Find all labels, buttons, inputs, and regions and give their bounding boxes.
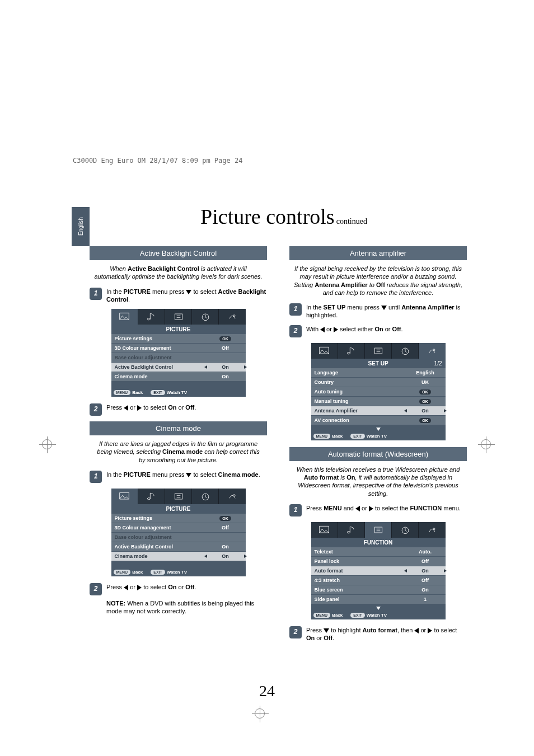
page-title-row: Picture controls continued — [101, 204, 467, 229]
crop-mark-left — [39, 436, 56, 453]
osd-row-3d-colour: 3D Colour management Off — [111, 523, 246, 533]
osd-page-indicator: 1/2 — [434, 360, 442, 367]
svg-point-4 — [148, 498, 151, 500]
osd-row-active-backlight: Active Backlight Control On — [111, 363, 246, 372]
osd-tab-function-icon — [165, 309, 192, 325]
svg-point-12 — [348, 531, 350, 533]
osd-title: SET UP 1/2 — [311, 359, 446, 368]
osd-tab-picture-icon — [311, 343, 338, 359]
backlight-intro: When Active Backlight Control is activat… — [93, 265, 264, 281]
osd-tab-function-icon — [165, 489, 192, 504]
arrow-down-icon — [376, 607, 381, 610]
osd-row-3d-colour: 3D Colour management Off — [111, 344, 246, 353]
page-number: 24 — [0, 682, 534, 700]
arrow-left-icon — [355, 506, 360, 511]
osd-row-panel-lock: Panel lock Off — [311, 557, 446, 566]
language-tab: English — [72, 207, 90, 246]
backlight-step-1: 1 In the PICTURE menu press to select Ac… — [90, 288, 267, 304]
ok-icon: OK — [219, 516, 231, 521]
section-backlight-heading: Active Backlight Control — [90, 246, 267, 260]
svg-point-11 — [433, 349, 435, 350]
arrow-right-icon — [137, 585, 142, 590]
cinema-intro: If there are lines or jagged edges in th… — [93, 440, 264, 464]
page-title: Picture controls — [200, 205, 335, 228]
arrow-down-icon — [186, 473, 191, 477]
step-badge: 2 — [90, 403, 102, 416]
osd-row-cinema: Cinema mode On — [111, 372, 246, 382]
osd-footer: MENUBack EXITWatch TV — [111, 568, 246, 576]
step-badge: 1 — [289, 504, 302, 516]
osd-tab-function-icon — [365, 343, 392, 359]
osd-tab-picture-icon — [311, 522, 338, 538]
osd-row-base-colour: Base colour adjustment — [111, 353, 246, 363]
page-meta: C3000D Eng Euro OM 28/1/07 8:09 pm Page … — [73, 157, 242, 165]
arrow-right-icon — [137, 405, 142, 411]
osd-tab-sound-icon — [338, 343, 365, 359]
osd-tab-setup-icon — [419, 522, 445, 538]
osd-tab-setup-icon — [219, 489, 245, 504]
ok-icon: OK — [419, 418, 431, 423]
osd-tab-sound-icon — [138, 309, 165, 325]
osd-setup-menu: SET UP 1/2 Language English Country UK A… — [311, 343, 446, 440]
osd-row-country: Country UK — [311, 378, 446, 387]
osd-row-cinema: Cinema mode On — [111, 552, 246, 561]
osd-tab-function-icon — [365, 522, 392, 538]
section-antenna-heading: Antenna amplifier — [289, 246, 467, 260]
svg-rect-13 — [374, 527, 382, 533]
osd-tab-picture-icon — [111, 489, 138, 504]
osd-row-av-connection: AV connection OK — [311, 416, 446, 425]
svg-point-8 — [348, 352, 350, 354]
arrow-left-icon — [124, 585, 128, 590]
osd-row-base-colour: Base colour adjustment — [111, 533, 246, 542]
arrow-right-icon — [334, 327, 338, 332]
osd-footer: MENUBack EXITWatch TV — [311, 432, 446, 440]
arrow-right-icon — [369, 506, 373, 511]
osd-function-menu: FUNCTION Teletext Auto. Panel lock Off A… — [311, 522, 446, 619]
svg-point-3 — [233, 315, 235, 317]
step-badge: 2 — [289, 626, 302, 638]
step-badge: 1 — [289, 303, 302, 316]
osd-row-teletext: Teletext Auto. — [311, 547, 446, 557]
osd-row-picture-settings: Picture settings OK — [111, 334, 246, 344]
osd-tab-picture-icon — [111, 309, 138, 325]
osd-footer: MENUBack EXITWatch TV — [311, 611, 446, 619]
crop-mark-right — [478, 436, 495, 453]
osd-tab-timer-icon — [192, 489, 219, 504]
osd-tab-timer-icon — [392, 343, 419, 359]
crop-mark-bottom — [252, 706, 269, 722]
osd-row-auto-format: Auto format On — [311, 566, 446, 576]
svg-rect-1 — [175, 314, 182, 320]
arrow-down-icon — [186, 290, 191, 294]
antenna-step-2: 2 With or select either On or Off. — [289, 325, 467, 337]
osd-row-manualtuning: Manual tuning OK — [311, 397, 446, 406]
osd-row-blue-screen: Blue screen On — [311, 585, 446, 595]
svg-rect-5 — [175, 494, 182, 499]
step-badge: 1 — [90, 471, 102, 483]
section-cinema-heading: Cinema mode — [90, 421, 267, 435]
cinema-step-2: 2 Press or to select On or Off. NOTE: Wh… — [90, 583, 267, 615]
step-badge: 2 — [289, 325, 302, 337]
osd-row-43-stretch: 4:3 stretch Off — [311, 576, 446, 585]
osd-tab-setup-icon — [219, 309, 245, 325]
osd-picture-menu: PICTURE Picture settings OK 3D Colour ma… — [111, 309, 246, 397]
ok-icon: OK — [219, 336, 231, 341]
osd-row-autotuning: Auto tuning OK — [311, 387, 446, 397]
svg-rect-9 — [374, 348, 382, 354]
osd-tab-timer-icon — [192, 309, 219, 325]
osd-row-active-backlight: Active Backlight Control On — [111, 542, 246, 552]
osd-tab-sound-icon — [138, 489, 165, 504]
svg-point-15 — [433, 528, 435, 530]
osd-picture-menu-cinema: PICTURE Picture settings OK 3D Colour ma… — [111, 489, 246, 576]
osd-title: FUNCTION — [311, 538, 446, 547]
autoformat-step-2: 2 Press to highlight Auto format, then o… — [289, 626, 467, 642]
ok-icon: OK — [419, 399, 431, 404]
arrow-down-icon — [381, 306, 387, 310]
cinema-step-1: 1 In the PICTURE menu press to select Ci… — [90, 471, 267, 483]
osd-footer: MENUBack EXITWatch TV — [111, 388, 246, 397]
step-badge: 1 — [90, 288, 102, 300]
arrow-down-icon — [324, 628, 329, 633]
autoformat-intro: When this television receives a true Wid… — [293, 466, 463, 497]
backlight-step-2: 2 Press or to select On or Off. — [90, 403, 267, 416]
arrow-left-icon — [124, 405, 128, 411]
osd-tab-timer-icon — [392, 522, 419, 538]
